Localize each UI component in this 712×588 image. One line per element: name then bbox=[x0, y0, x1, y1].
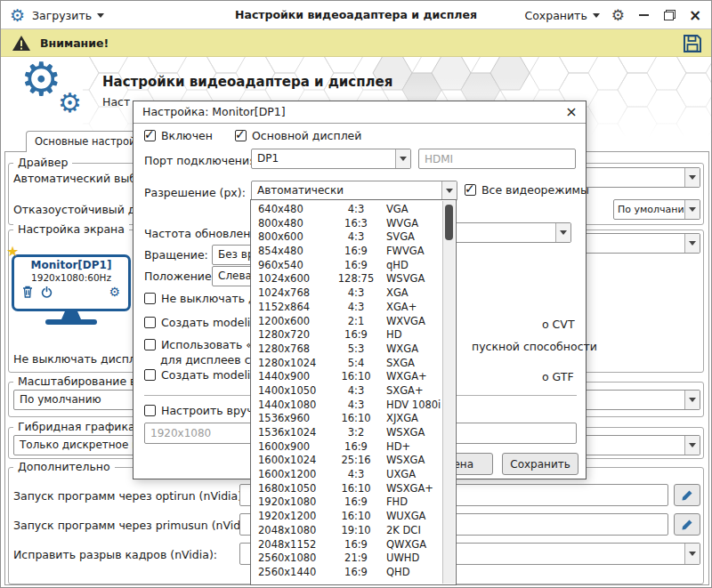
group-scaling-legend: Масштабирование вы bbox=[13, 375, 150, 388]
resolution-option[interactable]: 2048x115216:9QWXGA bbox=[251, 538, 456, 552]
resolution-option[interactable]: 1920x108016:9FHD bbox=[251, 495, 456, 510]
resolution-option[interactable]: 854x48016:9FWVGA bbox=[251, 245, 456, 259]
resolution-option[interactable]: 1536x96016:10XJXGA bbox=[251, 412, 456, 426]
resolution-option[interactable]: 1920x120016:10WUXGA bbox=[251, 510, 456, 524]
resolution-option[interactable]: 1280x72016:9HD bbox=[251, 328, 456, 342]
port-select[interactable]: DP1 bbox=[251, 149, 411, 169]
resolution-option[interactable]: 1600x90016:9HD+ bbox=[251, 440, 456, 455]
enabled-checkbox[interactable]: Включен bbox=[144, 129, 213, 142]
chevron-down-icon bbox=[395, 149, 410, 168]
monitor-widget[interactable]: Monitor[DP1] 1920x1080:60Hz bbox=[12, 254, 131, 311]
close-button[interactable] bbox=[688, 7, 702, 23]
chevron-down-icon bbox=[555, 223, 570, 242]
resolution-option[interactable]: 1440x90016:10WXGA+ bbox=[251, 370, 456, 384]
checkbox-box bbox=[144, 317, 156, 328]
mode-name: XGA+ bbox=[386, 301, 417, 315]
monitor-mode: 1920x1080:60Hz bbox=[14, 272, 128, 283]
resolution-option[interactable]: 1680x105016:10WSXGA+ bbox=[251, 482, 456, 496]
save-menu-button[interactable]: Сохранить bbox=[524, 9, 599, 22]
resolution-option[interactable]: 2560x144016:9QHD bbox=[251, 566, 456, 580]
resolution-option[interactable]: 1600x102425:16WSXGA bbox=[251, 454, 456, 468]
resolution-option[interactable]: 800x6004:3SVGA bbox=[251, 230, 456, 245]
aspect-ratio: 16:10 bbox=[335, 510, 377, 524]
checkbox-box bbox=[144, 293, 156, 304]
resolution-value: 2048x1152 bbox=[258, 538, 316, 551]
trash-icon[interactable] bbox=[22, 286, 33, 298]
mode-name: FHD bbox=[386, 495, 408, 510]
checkbox-box bbox=[235, 130, 247, 141]
cvt-label-fragment: о CVT bbox=[542, 318, 575, 331]
mode-name: WVGA bbox=[386, 217, 418, 231]
load-menu-button[interactable]: Загрузить bbox=[32, 9, 104, 22]
resolution-option[interactable]: 1024x7684:3XGA bbox=[251, 286, 456, 301]
aspect-ratio: 16:3 bbox=[335, 217, 377, 231]
resolution-value: 1920x1080 bbox=[258, 495, 316, 508]
aspect-ratio: 2:1 bbox=[335, 315, 377, 329]
aspect-ratio: 19:10 bbox=[335, 524, 377, 538]
gtf-modeline-checkbox[interactable]: Создать modeline bbox=[144, 368, 264, 382]
resolution-value: 1024x600 bbox=[258, 272, 310, 285]
settings-gear-icon[interactable] bbox=[611, 8, 625, 23]
resolution-option[interactable]: 1024x600128:75WSVGA bbox=[251, 272, 456, 286]
resolution-value: 1440x900 bbox=[258, 370, 310, 383]
mode-name: WXGA+ bbox=[386, 370, 427, 384]
driver-failsafe-value: По умолчанию bbox=[618, 200, 692, 219]
checkbox-box bbox=[465, 184, 476, 196]
restore-button[interactable] bbox=[664, 10, 676, 20]
aspect-ratio: 16:9 bbox=[335, 566, 377, 580]
gtf-label-fragment: о GTF bbox=[542, 370, 574, 383]
resolution-option[interactable]: 2048x108019:102K DCI bbox=[251, 524, 456, 538]
aspect-ratio: 21:9 bbox=[335, 552, 377, 566]
resolution-option[interactable]: 1152x8644:3XGA+ bbox=[251, 301, 456, 315]
aspect-ratio: 16:10 bbox=[335, 370, 377, 384]
optirun-edit-button[interactable] bbox=[674, 484, 700, 506]
primusun-edit-button[interactable] bbox=[674, 513, 700, 536]
minimize-button[interactable] bbox=[636, 7, 651, 23]
gear-icon[interactable] bbox=[109, 286, 120, 298]
mode-name: WSVGA bbox=[386, 272, 425, 286]
aspect-ratio: 4:3 bbox=[335, 286, 377, 301]
chevron-down-icon bbox=[684, 234, 700, 253]
group-extra-legend: Дополнительно bbox=[13, 460, 115, 473]
dialog-title: Настройка: Monitor[DP1] bbox=[134, 101, 586, 124]
star-icon bbox=[6, 243, 19, 260]
resolution-option[interactable]: 2560x108021:9UWHD bbox=[251, 552, 456, 566]
resolution-option[interactable]: 1536x10243:2WSXGA bbox=[251, 426, 456, 440]
resolution-option[interactable]: 1200x6002:1WXVGA bbox=[251, 315, 456, 329]
aspect-ratio: 16:9 bbox=[335, 328, 377, 342]
port-alt-input[interactable]: HDMI bbox=[418, 149, 576, 169]
resolution-value: 2560x1080 bbox=[258, 552, 316, 564]
group-hybrid-legend: Гибридная графика bbox=[13, 420, 140, 433]
resolution-option[interactable]: 1280x7685:3WXGA bbox=[251, 342, 456, 357]
logo-gear-small-icon bbox=[58, 90, 82, 117]
resolution-option[interactable]: 960x54016:9qHD bbox=[251, 259, 456, 273]
primusun-label: Запуск программ через primusun (nVidia): bbox=[13, 519, 258, 532]
resolution-option[interactable]: 1400x10504:3SXGA+ bbox=[251, 384, 456, 399]
load-menu-label: Загрузить bbox=[32, 9, 92, 22]
chevron-down-icon bbox=[97, 13, 104, 18]
scrollbar[interactable] bbox=[442, 201, 455, 584]
primary-display-checkbox[interactable]: Основной дисплей bbox=[235, 129, 361, 142]
chevron-down-icon bbox=[593, 13, 600, 18]
chevron-down-icon bbox=[684, 544, 700, 564]
all-modes-checkbox[interactable]: Все видеорежимы bbox=[465, 183, 589, 197]
save-file-button[interactable] bbox=[681, 32, 704, 55]
resolution-option[interactable]: 640x4804:3VGA bbox=[251, 203, 456, 217]
cvt-modeline-checkbox[interactable]: Создать modeline bbox=[144, 316, 264, 329]
app-window: Загрузить Настройки видеоадаптера и дисп… bbox=[0, 0, 712, 588]
position-value: Слева bbox=[218, 267, 252, 286]
resolution-option[interactable]: 1280x10245:4SXGA bbox=[251, 357, 456, 371]
aspect-ratio: 3:2 bbox=[335, 426, 377, 440]
aspect-ratio: 5:3 bbox=[335, 342, 377, 357]
scrollbar-thumb[interactable] bbox=[445, 205, 453, 240]
power-icon[interactable] bbox=[41, 286, 53, 298]
dialog-close-button[interactable] bbox=[562, 103, 580, 121]
resolution-option[interactable]: 1600x12004:3UXGA bbox=[251, 468, 456, 482]
resolution-select[interactable]: Автоматически bbox=[251, 181, 457, 201]
save-button[interactable]: Сохранить bbox=[502, 453, 578, 475]
port-label: Порт подключения: bbox=[144, 154, 260, 167]
resolution-value: 1440x1080 bbox=[258, 399, 316, 411]
resolution-option[interactable]: 800x48016:3WVGA bbox=[251, 217, 456, 231]
driver-failsafe-select[interactable]: По умолчанию bbox=[613, 199, 700, 220]
resolution-option[interactable]: 1440x10804:3HDV 1080i bbox=[251, 399, 456, 413]
